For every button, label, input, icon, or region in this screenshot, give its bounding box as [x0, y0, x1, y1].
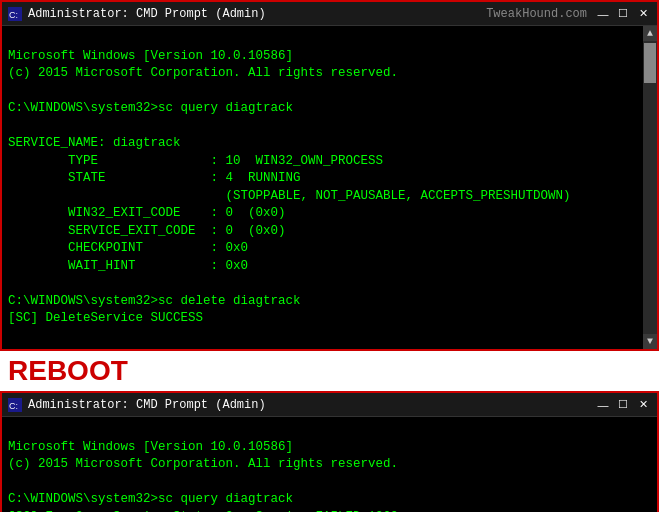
top-cmd-window: C: Administrator: CMD Prompt (Admin) Twe… [0, 0, 659, 351]
top-titlebar: C: Administrator: CMD Prompt (Admin) Twe… [2, 2, 657, 26]
top-scrollbar[interactable]: ▲ ▼ [643, 26, 657, 349]
cmd-icon: C: [8, 7, 22, 21]
scroll-thumb[interactable] [644, 43, 656, 83]
close-button[interactable]: ✕ [635, 6, 651, 22]
bottom-titlebar: C: Administrator: CMD Prompt (Admin) — ☐… [2, 393, 657, 417]
scroll-down-arrow[interactable]: ▼ [643, 334, 657, 349]
bottom-maximize-button[interactable]: ☐ [615, 397, 631, 413]
brand-label: TweakHound.com [486, 7, 587, 21]
svg-text:C:: C: [9, 401, 18, 411]
bottom-close-button[interactable]: ✕ [635, 397, 651, 413]
bottom-minimize-button[interactable]: — [595, 397, 611, 413]
bottom-cmd-content: Microsoft Windows [Version 10.0.10586] (… [2, 417, 657, 512]
top-cmd-content: Microsoft Windows [Version 10.0.10586] (… [2, 26, 657, 349]
bottom-window-buttons: — ☐ ✕ [595, 397, 651, 413]
bottom-cmd-window: C: Administrator: CMD Prompt (Admin) — ☐… [0, 391, 659, 512]
reboot-section: REBOOT [0, 351, 659, 391]
bottom-line-1: Microsoft Windows [Version 10.0.10586] (… [8, 440, 466, 513]
svg-text:C:: C: [9, 10, 18, 20]
top-window-title: Administrator: CMD Prompt (Admin) [28, 7, 486, 21]
maximize-button[interactable]: ☐ [615, 6, 631, 22]
top-window-buttons: — ☐ ✕ [595, 6, 651, 22]
line-1: Microsoft Windows [Version 10.0.10586] (… [8, 49, 571, 326]
reboot-label: REBOOT [8, 355, 128, 387]
top-content-area: Microsoft Windows [Version 10.0.10586] (… [2, 26, 657, 349]
scroll-up-arrow[interactable]: ▲ [643, 26, 657, 41]
minimize-button[interactable]: — [595, 6, 611, 22]
cmd-icon-bottom: C: [8, 398, 22, 412]
bottom-window-title: Administrator: CMD Prompt (Admin) [28, 398, 595, 412]
page-wrapper: C: Administrator: CMD Prompt (Admin) Twe… [0, 0, 659, 512]
